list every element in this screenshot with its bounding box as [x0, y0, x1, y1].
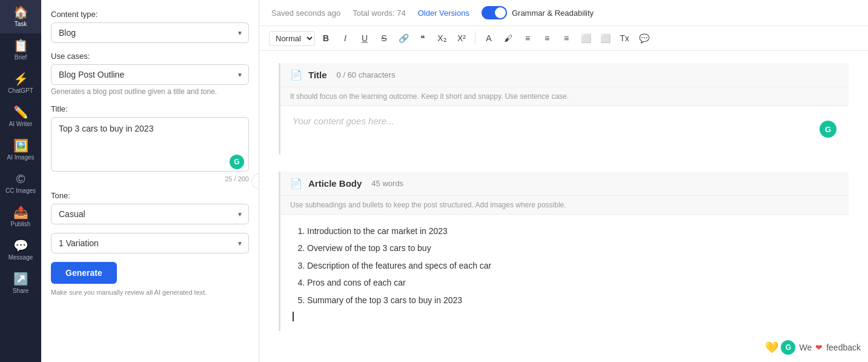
format-table-button[interactable]: ⬜ [597, 30, 614, 47]
format-highlight-button[interactable]: 🖌 [500, 30, 517, 47]
sidebar-item-publish[interactable]: 📤 Publish [0, 200, 41, 233]
list-item: Overview of the top 3 cars to buy [307, 241, 837, 255]
sidebar-label-ai-writer: AI Writer [9, 121, 33, 127]
article-section-hint: Use subheadings and bullets to keep the … [280, 196, 849, 215]
older-versions-link[interactable]: Older Versions [418, 8, 469, 18]
feedback-we-label: We [799, 343, 812, 352]
sidebar-label-ai-images: AI Images [7, 154, 34, 161]
feedback-grammarly-icon: G [781, 340, 795, 355]
share-icon: ↗️ [13, 273, 28, 285]
content-type-label: Content type: [51, 10, 249, 19]
collapse-button[interactable]: ‹ [251, 173, 259, 189]
format-clear-button[interactable]: Tx [616, 30, 633, 47]
format-divider-1 [475, 32, 475, 44]
article-content[interactable]: Introduction to the car market in 2023 O… [280, 215, 849, 331]
ai-images-icon: 🖼️ [13, 139, 28, 152]
editor-area: 📄 Title 0 / 60 characters It should focu… [259, 51, 868, 362]
sidebar-item-brief[interactable]: 📋 Brief [0, 33, 41, 67]
text-style-select[interactable]: Normal [269, 31, 315, 46]
format-color-button[interactable]: A [480, 30, 497, 47]
format-ol-button[interactable]: ≡ [519, 30, 536, 47]
sidebar-item-cc-images[interactable]: © CC Images [0, 167, 41, 200]
title-counter: 25 / 200 [51, 175, 249, 183]
format-link-button[interactable]: 🔗 [395, 30, 412, 47]
cc-images-icon: © [16, 173, 25, 185]
sidebar-label-publish: Publish [11, 221, 31, 227]
sidebar-item-message[interactable]: 💬 Message [0, 233, 41, 267]
list-item: Summary of the top 3 cars to buy in 2023 [307, 293, 837, 307]
sidebar-label-share: Share [13, 287, 29, 294]
sidebar-item-share[interactable]: ↗️ Share [0, 267, 41, 300]
use-case-select-wrapper: Blog Post Outline [51, 64, 249, 85]
grammar-toggle[interactable] [482, 6, 507, 19]
main-area: Saved seconds ago Total words: 74 Older … [259, 0, 868, 362]
feedback-label[interactable]: feedback [826, 343, 861, 352]
article-word-count: 45 words [371, 179, 403, 188]
title-section-title: Title [308, 70, 327, 80]
grammarly-float-title[interactable]: G [820, 121, 837, 138]
total-words-value: 74 [397, 8, 405, 18]
total-words-label: Total words: [353, 8, 394, 18]
format-image-button[interactable]: ⬜ [577, 30, 594, 47]
word-count: Total words: 74 [353, 8, 405, 18]
tone-select-wrapper: Casual [51, 204, 249, 224]
format-align-button[interactable]: ≡ [558, 30, 575, 47]
format-comment-button[interactable]: 💬 [635, 30, 652, 47]
format-bar: Normal B I U S 🔗 ❝ X₂ X² A 🖌 ≡ ≡ ≡ ⬜ ⬜ T… [259, 26, 868, 51]
list-item: Description of the features and specs of… [307, 259, 837, 272]
content-type-select[interactable]: Blog [51, 22, 249, 43]
title-section-header: 📄 Title 0 / 60 characters [280, 63, 849, 87]
article-section-icon: 📄 [290, 178, 302, 189]
title-section-icon: 📄 [290, 69, 302, 81]
title-placeholder: Your content goes here... [293, 116, 394, 126]
list-item: Pros and cons of each car [307, 276, 837, 289]
sidebar-item-ai-images[interactable]: 🖼️ AI Images [0, 133, 41, 167]
title-input[interactable]: Top 3 cars to buy in 2023 [51, 117, 249, 172]
use-case-section: Use cases: Blog Post Outline Generates a… [51, 52, 249, 96]
article-section-title: Article Body [308, 178, 362, 189]
use-case-select[interactable]: Blog Post Outline [51, 64, 249, 85]
format-subscript-button[interactable]: X₂ [434, 30, 451, 47]
title-label: Title: [51, 104, 249, 113]
sidebar-item-task[interactable]: 🏠 Task [0, 0, 41, 33]
sidebar-item-ai-writer[interactable]: ✏️ AI Writer [0, 100, 41, 133]
variation-select[interactable]: 1 Variation [51, 233, 249, 253]
format-strikethrough-button[interactable]: S [376, 30, 393, 47]
format-underline-button[interactable]: U [356, 30, 373, 47]
use-case-hint: Generates a blog post outline given a ti… [51, 87, 249, 96]
list-item: Introduction to the car market in 2023 [307, 224, 837, 238]
top-bar: Saved seconds ago Total words: 74 Older … [259, 0, 868, 26]
left-panel: ‹ Content type: Blog Use cases: Blog Pos… [41, 0, 259, 362]
article-section-block: 📄 Article Body 45 words Use subheadings … [279, 172, 849, 331]
task-icon: 🏠 [13, 6, 28, 18]
feedback-bar: 💛 G We ❤ feedback [765, 340, 861, 355]
ai-writer-icon: ✏️ [13, 106, 28, 118]
title-section-block: 📄 Title 0 / 60 characters It should focu… [279, 63, 849, 155]
title-content[interactable]: Your content goes here... G [280, 106, 849, 155]
format-ul-button[interactable]: ≡ [538, 30, 555, 47]
format-italic-button[interactable]: I [337, 30, 354, 47]
brief-icon: 📋 [13, 39, 28, 52]
sidebar-label-chatgpt: ChatGPT [8, 87, 33, 94]
feedback-icons: 💛 G [765, 340, 795, 355]
grammarly-badge-textarea[interactable]: G [230, 155, 244, 169]
grammar-toggle-area: Grammar & Readability [482, 6, 594, 19]
publish-icon: 📤 [13, 206, 28, 218]
format-superscript-button[interactable]: X² [453, 30, 470, 47]
use-cases-label: Use cases: [51, 52, 249, 61]
tone-select[interactable]: Casual [51, 204, 249, 224]
sidebar-label-cc-images: CC Images [5, 187, 36, 194]
article-list: Introduction to the car market in 2023 O… [293, 224, 837, 307]
feedback-heart-icon: 💛 [765, 341, 778, 354]
article-section-header: 📄 Article Body 45 words [280, 172, 849, 196]
sidebar-label-brief: Brief [15, 54, 27, 61]
sidebar: 🏠 Task 📋 Brief ⚡ ChatGPT ✏️ AI Writer 🖼️… [0, 0, 41, 362]
sidebar-item-chatgpt[interactable]: ⚡ ChatGPT [0, 67, 41, 100]
format-quote-button[interactable]: ❝ [414, 30, 431, 47]
chatgpt-icon: ⚡ [13, 73, 28, 85]
text-cursor [293, 312, 294, 321]
title-section-hint: It should focus on the learning outcome.… [280, 87, 849, 106]
tone-label: Tone: [51, 191, 249, 200]
format-bold-button[interactable]: B [317, 30, 334, 47]
generate-button[interactable]: Generate [51, 262, 117, 284]
